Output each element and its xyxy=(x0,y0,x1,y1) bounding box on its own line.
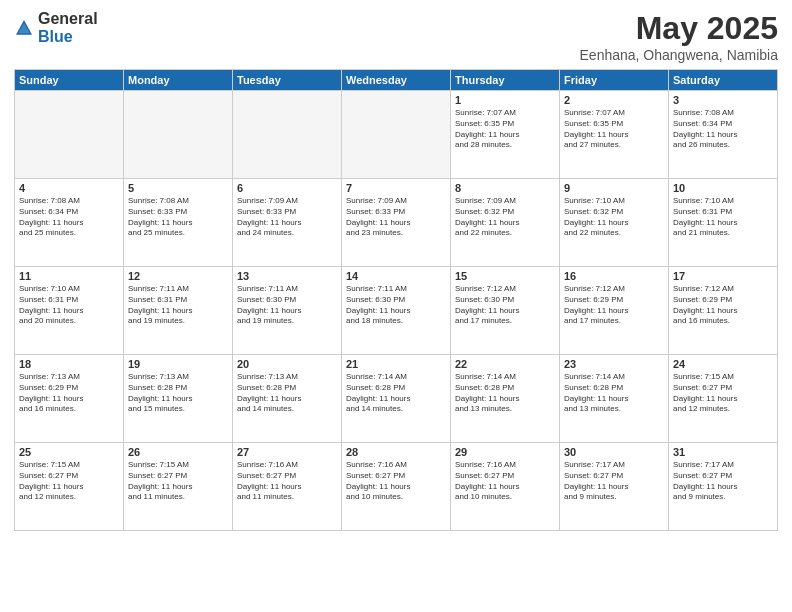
cell-text: Sunrise: 7:15 AM Sunset: 6:27 PM Dayligh… xyxy=(128,460,228,503)
cell-text: Sunrise: 7:16 AM Sunset: 6:27 PM Dayligh… xyxy=(455,460,555,503)
cell-text: Sunrise: 7:11 AM Sunset: 6:30 PM Dayligh… xyxy=(237,284,337,327)
calendar-cell: 1Sunrise: 7:07 AM Sunset: 6:35 PM Daylig… xyxy=(451,91,560,179)
calendar-body: 1Sunrise: 7:07 AM Sunset: 6:35 PM Daylig… xyxy=(15,91,778,531)
week-row-4: 18Sunrise: 7:13 AM Sunset: 6:29 PM Dayli… xyxy=(15,355,778,443)
week-row-2: 4Sunrise: 7:08 AM Sunset: 6:34 PM Daylig… xyxy=(15,179,778,267)
day-number: 11 xyxy=(19,270,119,282)
cell-text: Sunrise: 7:08 AM Sunset: 6:34 PM Dayligh… xyxy=(673,108,773,151)
day-number: 1 xyxy=(455,94,555,106)
calendar-cell: 10Sunrise: 7:10 AM Sunset: 6:31 PM Dayli… xyxy=(669,179,778,267)
calendar-cell: 9Sunrise: 7:10 AM Sunset: 6:32 PM Daylig… xyxy=(560,179,669,267)
logo-general: General xyxy=(38,10,98,28)
cell-text: Sunrise: 7:10 AM Sunset: 6:31 PM Dayligh… xyxy=(19,284,119,327)
day-number: 8 xyxy=(455,182,555,194)
day-number: 13 xyxy=(237,270,337,282)
calendar-cell: 12Sunrise: 7:11 AM Sunset: 6:31 PM Dayli… xyxy=(124,267,233,355)
day-number: 5 xyxy=(128,182,228,194)
cell-text: Sunrise: 7:12 AM Sunset: 6:29 PM Dayligh… xyxy=(673,284,773,327)
calendar-cell: 20Sunrise: 7:13 AM Sunset: 6:28 PM Dayli… xyxy=(233,355,342,443)
day-number: 18 xyxy=(19,358,119,370)
cell-text: Sunrise: 7:17 AM Sunset: 6:27 PM Dayligh… xyxy=(564,460,664,503)
day-number: 28 xyxy=(346,446,446,458)
calendar-cell: 19Sunrise: 7:13 AM Sunset: 6:28 PM Dayli… xyxy=(124,355,233,443)
calendar-cell xyxy=(124,91,233,179)
cell-text: Sunrise: 7:14 AM Sunset: 6:28 PM Dayligh… xyxy=(346,372,446,415)
cell-text: Sunrise: 7:12 AM Sunset: 6:30 PM Dayligh… xyxy=(455,284,555,327)
logo-blue: Blue xyxy=(38,28,98,46)
cell-text: Sunrise: 7:13 AM Sunset: 6:28 PM Dayligh… xyxy=(237,372,337,415)
cell-text: Sunrise: 7:09 AM Sunset: 6:33 PM Dayligh… xyxy=(346,196,446,239)
month-title: May 2025 xyxy=(580,10,778,47)
day-number: 17 xyxy=(673,270,773,282)
day-header-friday: Friday xyxy=(560,70,669,91)
location-subtitle: Eenhana, Ohangwena, Namibia xyxy=(580,47,778,63)
day-number: 22 xyxy=(455,358,555,370)
cell-text: Sunrise: 7:08 AM Sunset: 6:33 PM Dayligh… xyxy=(128,196,228,239)
cell-text: Sunrise: 7:12 AM Sunset: 6:29 PM Dayligh… xyxy=(564,284,664,327)
cell-text: Sunrise: 7:17 AM Sunset: 6:27 PM Dayligh… xyxy=(673,460,773,503)
day-number: 31 xyxy=(673,446,773,458)
cell-text: Sunrise: 7:07 AM Sunset: 6:35 PM Dayligh… xyxy=(455,108,555,151)
day-number: 23 xyxy=(564,358,664,370)
day-number: 27 xyxy=(237,446,337,458)
calendar-cell: 14Sunrise: 7:11 AM Sunset: 6:30 PM Dayli… xyxy=(342,267,451,355)
calendar-cell: 15Sunrise: 7:12 AM Sunset: 6:30 PM Dayli… xyxy=(451,267,560,355)
cell-text: Sunrise: 7:09 AM Sunset: 6:33 PM Dayligh… xyxy=(237,196,337,239)
day-number: 14 xyxy=(346,270,446,282)
logo: General Blue xyxy=(14,10,98,45)
calendar-cell xyxy=(233,91,342,179)
day-number: 6 xyxy=(237,182,337,194)
title-area: May 2025 Eenhana, Ohangwena, Namibia xyxy=(580,10,778,63)
day-header-monday: Monday xyxy=(124,70,233,91)
day-headers-row: SundayMondayTuesdayWednesdayThursdayFrid… xyxy=(15,70,778,91)
day-number: 30 xyxy=(564,446,664,458)
calendar-cell xyxy=(342,91,451,179)
calendar-cell: 30Sunrise: 7:17 AM Sunset: 6:27 PM Dayli… xyxy=(560,443,669,531)
cell-text: Sunrise: 7:14 AM Sunset: 6:28 PM Dayligh… xyxy=(455,372,555,415)
cell-text: Sunrise: 7:10 AM Sunset: 6:32 PM Dayligh… xyxy=(564,196,664,239)
logo-icon xyxy=(14,18,34,38)
cell-text: Sunrise: 7:13 AM Sunset: 6:28 PM Dayligh… xyxy=(128,372,228,415)
day-header-thursday: Thursday xyxy=(451,70,560,91)
calendar-cell: 22Sunrise: 7:14 AM Sunset: 6:28 PM Dayli… xyxy=(451,355,560,443)
day-number: 4 xyxy=(19,182,119,194)
day-number: 26 xyxy=(128,446,228,458)
calendar-cell: 4Sunrise: 7:08 AM Sunset: 6:34 PM Daylig… xyxy=(15,179,124,267)
day-number: 9 xyxy=(564,182,664,194)
cell-text: Sunrise: 7:16 AM Sunset: 6:27 PM Dayligh… xyxy=(346,460,446,503)
week-row-5: 25Sunrise: 7:15 AM Sunset: 6:27 PM Dayli… xyxy=(15,443,778,531)
cell-text: Sunrise: 7:07 AM Sunset: 6:35 PM Dayligh… xyxy=(564,108,664,151)
calendar-cell: 8Sunrise: 7:09 AM Sunset: 6:32 PM Daylig… xyxy=(451,179,560,267)
calendar-cell: 23Sunrise: 7:14 AM Sunset: 6:28 PM Dayli… xyxy=(560,355,669,443)
cell-text: Sunrise: 7:08 AM Sunset: 6:34 PM Dayligh… xyxy=(19,196,119,239)
day-number: 10 xyxy=(673,182,773,194)
calendar-cell: 24Sunrise: 7:15 AM Sunset: 6:27 PM Dayli… xyxy=(669,355,778,443)
day-header-sunday: Sunday xyxy=(15,70,124,91)
cell-text: Sunrise: 7:15 AM Sunset: 6:27 PM Dayligh… xyxy=(673,372,773,415)
day-header-wednesday: Wednesday xyxy=(342,70,451,91)
day-header-tuesday: Tuesday xyxy=(233,70,342,91)
day-number: 24 xyxy=(673,358,773,370)
day-number: 29 xyxy=(455,446,555,458)
cell-text: Sunrise: 7:11 AM Sunset: 6:30 PM Dayligh… xyxy=(346,284,446,327)
calendar-cell: 11Sunrise: 7:10 AM Sunset: 6:31 PM Dayli… xyxy=(15,267,124,355)
calendar-cell: 6Sunrise: 7:09 AM Sunset: 6:33 PM Daylig… xyxy=(233,179,342,267)
day-header-saturday: Saturday xyxy=(669,70,778,91)
calendar-cell: 16Sunrise: 7:12 AM Sunset: 6:29 PM Dayli… xyxy=(560,267,669,355)
week-row-3: 11Sunrise: 7:10 AM Sunset: 6:31 PM Dayli… xyxy=(15,267,778,355)
calendar-cell: 3Sunrise: 7:08 AM Sunset: 6:34 PM Daylig… xyxy=(669,91,778,179)
calendar-cell: 25Sunrise: 7:15 AM Sunset: 6:27 PM Dayli… xyxy=(15,443,124,531)
cell-text: Sunrise: 7:09 AM Sunset: 6:32 PM Dayligh… xyxy=(455,196,555,239)
day-number: 20 xyxy=(237,358,337,370)
day-number: 12 xyxy=(128,270,228,282)
cell-text: Sunrise: 7:15 AM Sunset: 6:27 PM Dayligh… xyxy=(19,460,119,503)
calendar-cell: 31Sunrise: 7:17 AM Sunset: 6:27 PM Dayli… xyxy=(669,443,778,531)
calendar-cell: 7Sunrise: 7:09 AM Sunset: 6:33 PM Daylig… xyxy=(342,179,451,267)
day-number: 25 xyxy=(19,446,119,458)
calendar-cell: 29Sunrise: 7:16 AM Sunset: 6:27 PM Dayli… xyxy=(451,443,560,531)
day-number: 7 xyxy=(346,182,446,194)
calendar-cell: 13Sunrise: 7:11 AM Sunset: 6:30 PM Dayli… xyxy=(233,267,342,355)
calendar-cell: 28Sunrise: 7:16 AM Sunset: 6:27 PM Dayli… xyxy=(342,443,451,531)
cell-text: Sunrise: 7:10 AM Sunset: 6:31 PM Dayligh… xyxy=(673,196,773,239)
cell-text: Sunrise: 7:14 AM Sunset: 6:28 PM Dayligh… xyxy=(564,372,664,415)
